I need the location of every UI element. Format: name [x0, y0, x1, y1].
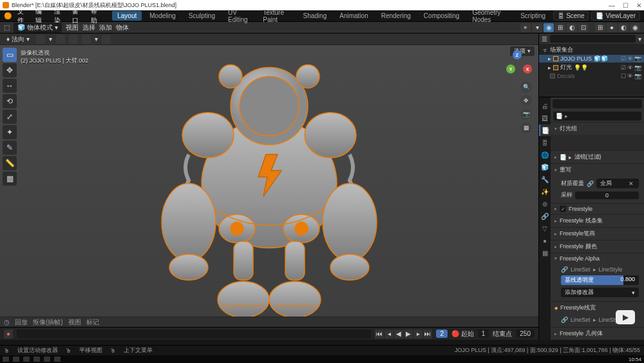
- tool-measure[interactable]: 📏: [3, 156, 17, 170]
- taskbar-app-icon[interactable]: [23, 357, 30, 362]
- panel-lightgroup[interactable]: ▾灯光组: [551, 123, 644, 135]
- gizmo-toggle[interactable]: [36, 35, 45, 44]
- sample-field[interactable]: 0: [575, 191, 639, 199]
- editor-type-icon[interactable]: ⬚: [4, 24, 10, 31]
- taskbar-app-icon[interactable]: [33, 357, 40, 362]
- video-play-overlay[interactable]: ▶: [616, 310, 635, 324]
- close-button[interactable]: ✕: [636, 2, 641, 9]
- lineset-crumb[interactable]: LineSet: [571, 266, 591, 273]
- footer-marker[interactable]: 标记: [86, 318, 99, 327]
- tab-scripting[interactable]: Scripting: [515, 11, 551, 21]
- panel-fs-color[interactable]: ▸Freestyle 颜色: [551, 240, 644, 253]
- footer-keying[interactable]: 抠像(插帧): [33, 318, 63, 327]
- proportional-icon[interactable]: ◉: [544, 23, 554, 32]
- tab-sculpting[interactable]: Sculpting: [184, 11, 220, 21]
- footer-view[interactable]: 视图: [68, 318, 81, 327]
- overlay3-icon[interactable]: ⊡: [578, 23, 589, 32]
- panel-filter[interactable]: ▸📑 ▸滤镜(过滤): [551, 151, 644, 163]
- tab-rendering[interactable]: Rendering: [376, 11, 416, 21]
- timeline-editor-icon[interactable]: ◷: [4, 319, 10, 326]
- jump-start-icon[interactable]: ⏮: [375, 329, 384, 338]
- shading-solid-icon[interactable]: ●: [607, 23, 617, 32]
- nav-persp-icon[interactable]: ▦: [520, 122, 532, 133]
- checkbox-icon[interactable]: ☑: [621, 55, 626, 62]
- gizmo-dropdown[interactable]: ▾: [49, 35, 52, 43]
- mat-override-dropdown[interactable]: 全局✕: [596, 179, 639, 188]
- autokey-label[interactable]: 🔴 起始: [451, 329, 474, 338]
- tool-move[interactable]: ↔: [3, 79, 17, 93]
- axis-z[interactable]: Z: [513, 50, 522, 59]
- ptab-particle-icon[interactable]: ✨: [539, 186, 551, 197]
- extra-icon[interactable]: [102, 35, 111, 44]
- panel-freestyle[interactable]: ▸✓Freestyle: [551, 204, 644, 214]
- tab-animation[interactable]: Animation: [334, 11, 373, 21]
- tool-scale[interactable]: ⤢: [3, 110, 17, 124]
- link-icon[interactable]: 🔗: [561, 266, 568, 273]
- scene-selector[interactable]: 🎛 Scene: [553, 11, 589, 21]
- nav-gizmo[interactable]: Z Y X: [502, 50, 532, 80]
- play-icon[interactable]: ▶: [404, 329, 413, 338]
- minimize-button[interactable]: —: [609, 2, 615, 9]
- ptab-object-icon[interactable]: 🧊: [539, 161, 551, 173]
- mode-selector[interactable]: 🧊 物体模式 ▾: [14, 23, 62, 33]
- ptab-material-icon[interactable]: ●: [539, 235, 551, 246]
- pivot-icon[interactable]: [56, 35, 65, 44]
- timeline-track[interactable]: [17, 329, 371, 338]
- panel-fs-alpha[interactable]: ▾Freestyle Alpha: [551, 253, 644, 264]
- outliner-item-decals[interactable]: Decals ☐👁📷: [539, 72, 644, 80]
- ptab-modifier-icon[interactable]: 🔧: [539, 173, 551, 185]
- snap-dropdown[interactable]: ▾: [532, 23, 542, 32]
- header-object[interactable]: 物体: [116, 23, 129, 32]
- overlay2-icon[interactable]: ◐: [567, 23, 577, 32]
- add-modifier-dropdown[interactable]: 添加修改器▾: [561, 288, 639, 297]
- autokey-icon[interactable]: ●: [4, 329, 13, 338]
- snap2-icon[interactable]: [69, 35, 78, 44]
- shading-render-icon[interactable]: ◉: [630, 23, 640, 32]
- shading-matprev-icon[interactable]: ◐: [618, 23, 629, 32]
- outliner-item-light[interactable]: ▸ 灯光 💡💡 ☑👁📷: [539, 63, 644, 72]
- end-frame[interactable]: 250: [516, 329, 535, 338]
- filter-icon[interactable]: ▾: [638, 35, 641, 43]
- tab-shading[interactable]: Shading: [298, 11, 332, 21]
- nav-zoom-icon[interactable]: 🔍: [520, 81, 532, 93]
- eye-icon[interactable]: 👁: [627, 55, 633, 62]
- measure-icon[interactable]: [82, 35, 91, 44]
- taskbar-clock[interactable]: 10:54: [629, 357, 641, 362]
- snap-icon[interactable]: ⌖: [520, 23, 531, 32]
- tool-add[interactable]: ▦: [3, 172, 17, 186]
- taskbar-app-icon[interactable]: [44, 357, 50, 362]
- tab-uv[interactable]: UV Editing: [223, 8, 255, 25]
- panel-fs-lineset[interactable]: ▸Freestyle 线条集: [551, 215, 644, 227]
- base-alpha-slider[interactable]: 基线透明度0.800: [561, 275, 639, 285]
- nav-pan-icon[interactable]: ✥: [520, 95, 532, 106]
- tool-cursor[interactable]: ✥: [3, 63, 17, 77]
- render-icon[interactable]: 📷: [634, 55, 641, 62]
- start-frame[interactable]: 1: [478, 329, 489, 338]
- axis-y[interactable]: Y: [506, 64, 515, 74]
- ptab-mesh-icon[interactable]: ▽: [539, 222, 551, 234]
- ptab-render-icon[interactable]: 🖨: [539, 100, 551, 112]
- tab-texpaint[interactable]: Texture Paint: [258, 8, 295, 25]
- tool-annotate[interactable]: ✎: [3, 141, 17, 155]
- panel-fs-geom[interactable]: ▸Freestyle 几何体: [551, 328, 644, 340]
- props-breadcrumb[interactable]: 📑 ▸: [553, 112, 641, 121]
- header-add[interactable]: 添加: [99, 23, 112, 32]
- prev-key-icon[interactable]: ◂: [384, 329, 393, 338]
- viewlayer-selector[interactable]: 📑 ViewLayer: [591, 11, 640, 21]
- maximize-button[interactable]: ☐: [623, 2, 629, 9]
- taskbar-start-icon[interactable]: [3, 357, 9, 362]
- panel-rewrite[interactable]: ▾重写: [551, 164, 644, 176]
- ptab-output-icon[interactable]: 🖼: [539, 112, 551, 124]
- freestyle-checkbox[interactable]: ✓: [560, 206, 566, 212]
- ptab-viewlayer-icon[interactable]: 📑: [539, 124, 551, 136]
- shading-wire-icon[interactable]: ⊞: [595, 23, 605, 32]
- nav-camera-icon[interactable]: 📷: [520, 108, 532, 120]
- tool-select[interactable]: ▭: [3, 48, 17, 62]
- header-view[interactable]: 视图: [66, 23, 79, 32]
- jump-end-icon[interactable]: ⏭: [423, 329, 432, 338]
- taskbar-app-icon[interactable]: [54, 357, 61, 362]
- panel-fs-stroke[interactable]: ▸Freestyle笔画: [551, 228, 644, 240]
- taskbar-app-icon[interactable]: [13, 357, 19, 362]
- tool-transform[interactable]: ✦: [3, 125, 17, 139]
- outliner-editor-icon[interactable]: ☰: [542, 35, 547, 43]
